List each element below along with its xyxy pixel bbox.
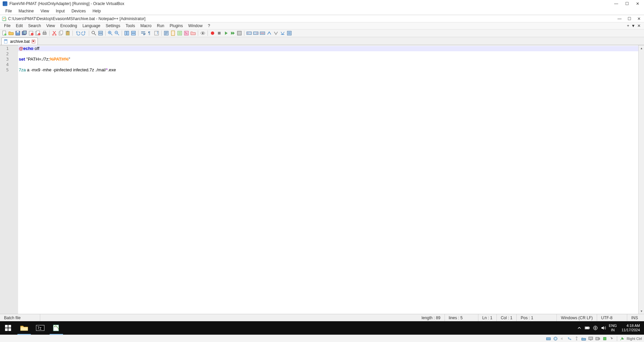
vb-net-icon[interactable] — [567, 336, 572, 341]
vb-cd-icon[interactable] — [553, 336, 558, 341]
vb-mouse-icon[interactable] — [609, 336, 614, 341]
taskbar-7zip[interactable]: 7z — [32, 321, 48, 335]
volume-icon[interactable] — [601, 325, 606, 331]
svg-rect-22 — [99, 33, 103, 35]
npp-title: C:\Users\PMAT\Desktop\EvasionMSI\archive… — [8, 16, 618, 21]
cut-icon[interactable] — [51, 30, 57, 36]
vb-audio-icon[interactable] — [560, 336, 565, 341]
npp-menu-plugins[interactable]: Plugins — [167, 23, 185, 28]
save-icon[interactable] — [15, 30, 21, 36]
open-file-icon[interactable] — [8, 30, 14, 36]
npp-maximize-button[interactable]: ☐ — [628, 16, 631, 21]
redo-icon[interactable] — [81, 30, 87, 36]
scroll-up-icon[interactable]: ▴ — [639, 45, 644, 51]
npp-plus-button[interactable]: + — [627, 23, 629, 28]
npp-menu-encoding[interactable]: Encoding — [58, 23, 80, 28]
show-indent-icon[interactable] — [154, 30, 160, 36]
vb-key-icon[interactable] — [620, 336, 625, 341]
npp-menu-view[interactable]: View — [44, 23, 58, 28]
show-all-chars-icon[interactable]: ¶ — [147, 30, 153, 36]
copy-icon[interactable] — [58, 30, 64, 36]
vbox-menu-input[interactable]: Input — [53, 8, 68, 14]
npp-menu-run[interactable]: Run — [154, 23, 167, 28]
doc-list-icon[interactable] — [177, 30, 183, 36]
save-all-icon[interactable] — [21, 30, 27, 36]
vbox-close-button[interactable]: ✕ — [635, 1, 640, 6]
tab-close-icon[interactable]: ✕ — [32, 40, 36, 44]
tray-chevron-icon[interactable] — [577, 325, 582, 331]
zoom-out-icon[interactable] — [114, 30, 120, 36]
npp-menu-macro[interactable]: Macro — [138, 23, 154, 28]
vbox-minimize-button[interactable]: — — [614, 1, 619, 6]
vbox-menu-file[interactable]: File — [2, 8, 15, 14]
play-multi-icon[interactable] — [230, 30, 236, 36]
npp-dropdown-button[interactable]: ▼ — [631, 23, 635, 28]
spaces-tab1-icon[interactable] — [246, 30, 252, 36]
paste-icon[interactable] — [65, 30, 71, 36]
stop-macro-icon[interactable] — [216, 30, 222, 36]
clock[interactable]: 4:18 AM11/17/2024 — [620, 324, 642, 332]
vbox-menu-devices[interactable]: Devices — [68, 8, 89, 14]
language-indicator[interactable]: ENGIN — [609, 324, 617, 332]
sync-hscroll-icon[interactable] — [130, 30, 136, 36]
spaces-tab2-icon[interactable] — [253, 30, 259, 36]
doc-map-icon[interactable] — [170, 30, 176, 36]
vb-usb-icon[interactable] — [574, 336, 579, 341]
vb-shared-icon[interactable] — [581, 336, 586, 341]
vbox-menu-help[interactable]: Help — [89, 8, 104, 14]
wordwrap-icon[interactable] — [140, 30, 146, 36]
print-icon[interactable] — [42, 30, 48, 36]
svg-text:fx: fx — [185, 31, 188, 35]
vbox-menu-view[interactable]: View — [37, 8, 53, 14]
vb-display-icon[interactable] — [588, 336, 593, 341]
find-icon[interactable] — [91, 30, 97, 36]
close-file-icon[interactable] — [28, 30, 34, 36]
npp-menu-file[interactable]: File — [1, 23, 13, 28]
vbox-maximize-button[interactable]: ☐ — [625, 1, 629, 6]
spaces-tab3-icon[interactable] — [259, 30, 266, 36]
monitor-icon[interactable] — [200, 30, 206, 36]
vbox-menu-machine[interactable]: Machine — [15, 8, 37, 14]
vb-cpu-icon[interactable] — [602, 336, 607, 341]
replace-icon[interactable] — [98, 30, 104, 36]
code-editor[interactable]: @echo off set "PATH=./7z;%PATH%" 7za a -… — [18, 45, 638, 314]
tab-archive-bat[interactable]: archive.bat ✕ — [1, 38, 38, 45]
taskbar-explorer[interactable] — [16, 321, 32, 335]
vb-record-icon[interactable] — [595, 336, 600, 341]
npp-close-button[interactable]: ✕ — [637, 16, 641, 21]
status-encoding: UTF-8 — [597, 314, 627, 321]
toolbar-separator — [161, 30, 162, 36]
npp-menu-tools[interactable]: Tools — [123, 23, 138, 28]
eol-unix-icon[interactable] — [273, 30, 279, 36]
zoom-in-icon[interactable] — [107, 30, 113, 36]
start-button[interactable] — [0, 321, 16, 335]
npp-menu-help[interactable]: ? — [205, 23, 213, 28]
npp-menu-window[interactable]: Window — [185, 23, 205, 28]
save-macro-icon[interactable] — [236, 30, 242, 36]
vertical-scrollbar[interactable]: ▴ ▾ — [638, 45, 644, 314]
taskbar-notepadpp[interactable] — [48, 321, 64, 335]
eol-mac-icon[interactable] — [280, 30, 286, 36]
new-file-icon[interactable] — [1, 30, 7, 36]
scroll-down-icon[interactable]: ▾ — [639, 308, 644, 314]
func-list-icon[interactable]: fx — [183, 30, 189, 36]
close-all-icon[interactable] — [35, 30, 41, 36]
npp-menu-edit[interactable]: Edit — [13, 23, 25, 28]
select-all-icon[interactable] — [286, 30, 292, 36]
toolbar-separator — [49, 30, 50, 36]
play-macro-icon[interactable] — [223, 30, 229, 36]
vb-hdd-icon[interactable] — [546, 336, 551, 341]
network-icon[interactable] — [593, 325, 598, 331]
npp-menu-language[interactable]: Language — [80, 23, 103, 28]
undo-icon[interactable] — [74, 30, 80, 36]
folder-workspace-icon[interactable] — [190, 30, 196, 36]
npp-menu-settings[interactable]: Settings — [103, 23, 123, 28]
record-macro-icon[interactable] — [210, 30, 216, 36]
sync-vscroll-icon[interactable] — [124, 30, 130, 36]
ud-lang-icon[interactable] — [163, 30, 169, 36]
battery-icon[interactable] — [585, 325, 590, 331]
eol-win-icon[interactable] — [266, 30, 272, 36]
npp-x-button[interactable]: ✕ — [637, 23, 641, 28]
npp-minimize-button[interactable]: — — [618, 16, 622, 21]
npp-menu-search[interactable]: Search — [25, 23, 44, 28]
